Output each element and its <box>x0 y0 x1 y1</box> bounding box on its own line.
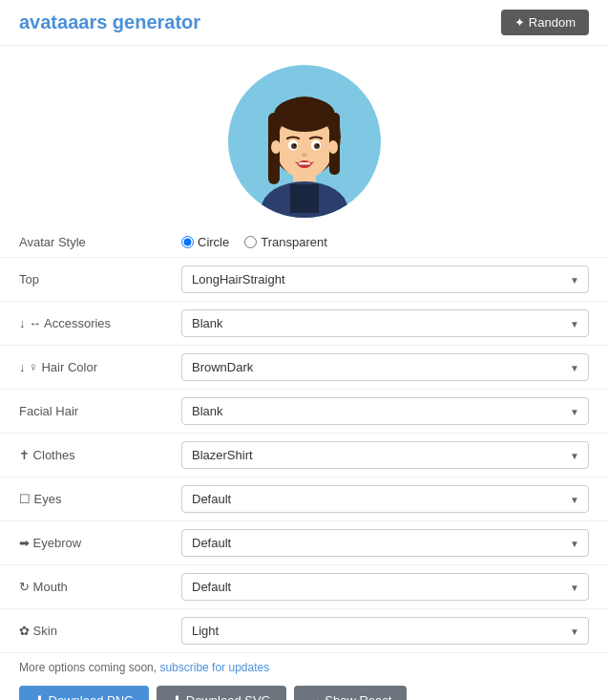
eyes-select-wrapper: Default <box>181 485 589 513</box>
hair-color-select-wrapper: BrownDark <box>181 353 589 381</box>
clothes-select[interactable]: BlazerShirt <box>181 441 589 469</box>
eyes-row: ☐ Eyes Default <box>0 477 608 521</box>
top-select[interactable]: LongHairStraight <box>181 265 589 293</box>
hair-color-label: ↓ ♀ Hair Color <box>19 360 181 374</box>
facial-hair-select[interactable]: Blank <box>181 397 589 425</box>
avatar-style-label: Avatar Style <box>19 235 181 249</box>
eyebrow-select[interactable]: Default <box>181 529 589 557</box>
avatar-style-control: Circle Transparent <box>181 235 589 249</box>
hair-color-select[interactable]: BrownDark <box>181 353 589 381</box>
skin-control: Light <box>181 617 589 645</box>
eyebrow-label: ➡ Eyebrow <box>19 536 181 550</box>
avatar-svg <box>242 84 367 218</box>
download-png-button[interactable]: ⬇ Download PNG <box>19 686 149 700</box>
clothes-label: ✝ Clothes <box>19 448 181 462</box>
facial-hair-select-wrapper: Blank <box>181 397 589 425</box>
avatar-circle <box>228 65 381 218</box>
accessories-control: Blank <box>181 309 589 337</box>
eyebrow-control: Default <box>181 529 589 557</box>
hair-color-control: BrownDark <box>181 353 589 381</box>
avatar-preview-container <box>0 46 608 227</box>
mouth-row: ↻ Mouth Default <box>0 565 608 609</box>
clothes-row: ✝ Clothes BlazerShirt <box>0 434 608 477</box>
eyes-select[interactable]: Default <box>181 485 589 513</box>
svg-point-12 <box>294 144 296 146</box>
accessories-label: ↓ ↔ Accessories <box>19 316 181 330</box>
footer-buttons: ⬇ Download PNG ⬇ Download SVG ↔ Show Rea… <box>0 680 608 700</box>
svg-point-11 <box>314 143 320 149</box>
svg-point-14 <box>302 153 307 157</box>
avatar-style-transparent-option[interactable]: Transparent <box>244 235 327 249</box>
mouth-label: ↻ Mouth <box>19 580 181 594</box>
app-title: avataaars generator <box>19 11 200 33</box>
eyebrow-row: ➡ Eyebrow Default <box>0 521 608 565</box>
top-select-wrapper: LongHairStraight <box>181 265 589 293</box>
top-control: LongHairStraight <box>181 265 589 293</box>
mouth-control: Default <box>181 573 589 601</box>
footer-text: More options coming soon, subscribe for … <box>0 653 608 680</box>
options-section: Avatar Style Circle Transparent Top Long… <box>0 227 608 653</box>
accessories-select[interactable]: Blank <box>181 309 589 337</box>
svg-point-6 <box>274 97 335 132</box>
svg-rect-16 <box>299 162 310 165</box>
clothes-control: BlazerShirt <box>181 441 589 469</box>
skin-row: ✿ Skin Light <box>0 609 608 653</box>
svg-point-17 <box>271 140 281 154</box>
svg-point-10 <box>291 143 297 149</box>
eyes-control: Default <box>181 485 589 513</box>
facial-hair-label: Facial Hair <box>19 404 181 418</box>
accessories-row: ↓ ↔ Accessories Blank <box>0 302 608 346</box>
accessories-select-wrapper: Blank <box>181 309 589 337</box>
facial-hair-row: Facial Hair Blank <box>0 390 608 434</box>
svg-rect-3 <box>290 184 319 213</box>
skin-select[interactable]: Light <box>181 617 589 645</box>
skin-select-wrapper: Light <box>181 617 589 645</box>
eyes-label: ☐ Eyes <box>19 492 181 506</box>
mouth-select-wrapper: Default <box>181 573 589 601</box>
svg-point-18 <box>328 140 338 154</box>
avatar-style-circle-radio[interactable] <box>181 236 194 248</box>
eyebrow-select-wrapper: Default <box>181 529 589 557</box>
avatar-style-transparent-radio[interactable] <box>244 236 257 248</box>
svg-point-13 <box>317 144 319 146</box>
more-options-text: More options coming soon, <box>19 661 157 674</box>
subscribe-link[interactable]: subscribe for updates <box>159 661 269 674</box>
avatar-style-circle-option[interactable]: Circle <box>181 235 229 249</box>
show-react-button[interactable]: ↔ Show React <box>294 686 408 700</box>
hair-color-row: ↓ ♀ Hair Color BrownDark <box>0 346 608 390</box>
mouth-select[interactable]: Default <box>181 573 589 601</box>
clothes-select-wrapper: BlazerShirt <box>181 441 589 469</box>
download-svg-button[interactable]: ⬇ Download SVG <box>157 686 286 700</box>
top-label: Top <box>19 272 181 286</box>
avatar-style-row: Avatar Style Circle Transparent <box>0 227 608 258</box>
skin-label: ✿ Skin <box>19 624 181 638</box>
facial-hair-control: Blank <box>181 397 589 425</box>
random-button[interactable]: ✦ Random <box>501 10 589 35</box>
top-row: Top LongHairStraight <box>0 258 608 302</box>
app-header: avataaars generator ✦ Random <box>0 0 608 46</box>
